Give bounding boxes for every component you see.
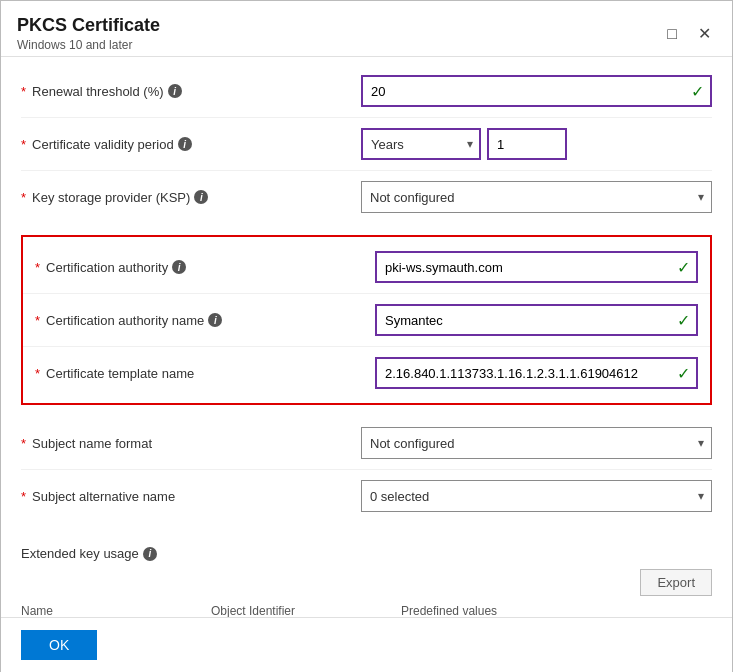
renewal-threshold-info-icon[interactable]: i	[168, 84, 182, 98]
bottom-form-section: * Subject name format Not configured ▾ *	[1, 409, 732, 530]
validity-period-control: Days Months Years ▾	[361, 128, 712, 160]
minimize-button[interactable]: □	[660, 22, 684, 46]
cert-template-check: ✓	[677, 364, 690, 383]
eku-pre-header: Predefined values	[401, 604, 712, 617]
dialog-subtitle: Windows 10 and later	[17, 38, 160, 52]
subject-alt-label-col: * Subject alternative name	[21, 489, 361, 504]
cert-template-input[interactable]	[375, 357, 698, 389]
key-storage-label: Key storage provider (KSP)	[32, 190, 190, 205]
key-storage-row: * Key storage provider (KSP) i Not confi…	[21, 171, 712, 223]
title-text: PKCS Certificate Windows 10 and later	[17, 15, 160, 52]
required-star-3: *	[21, 190, 26, 205]
cert-authority-name-control: ✓	[375, 304, 698, 336]
cert-authority-name-input-wrap: ✓	[375, 304, 698, 336]
renewal-threshold-label-col: * Renewal threshold (%) i	[21, 84, 361, 99]
key-storage-control: Not configured ▾	[361, 181, 712, 213]
subject-name-label: Subject name format	[32, 436, 152, 451]
window-controls: □ ✕	[660, 22, 716, 46]
export-row: Export	[21, 565, 712, 600]
subject-alt-select-wrap: 0 selected ▾	[361, 480, 712, 512]
validity-period-row: * Certificate validity period i Days Mon…	[21, 118, 712, 171]
required-fields-section: * Certification authority i ✓ * Certific…	[21, 235, 712, 405]
eku-name-header: Name	[21, 604, 211, 617]
extended-key-label-row: Extended key usage i	[21, 538, 712, 565]
validity-unit-select[interactable]: Days Months Years	[361, 128, 481, 160]
validity-period-label: Certificate validity period	[32, 137, 174, 152]
subject-name-row: * Subject name format Not configured ▾	[21, 417, 712, 470]
required-star: *	[21, 84, 26, 99]
cert-template-label-col: * Certificate template name	[35, 366, 375, 381]
key-storage-label-col: * Key storage provider (KSP) i	[21, 190, 361, 205]
export-button[interactable]: Export	[640, 569, 712, 596]
key-storage-info-icon[interactable]: i	[194, 190, 208, 204]
subject-alt-control: 0 selected ▾	[361, 480, 712, 512]
cert-authority-name-info-icon[interactable]: i	[208, 313, 222, 327]
key-storage-select[interactable]: Not configured	[361, 181, 712, 213]
top-form-section: * Renewal threshold (%) i ✓ * Certificat…	[1, 57, 732, 231]
extended-key-label: Extended key usage	[21, 546, 139, 561]
validity-number-input[interactable]	[487, 128, 567, 160]
renewal-threshold-check: ✓	[691, 82, 704, 101]
required-star-5: *	[35, 313, 40, 328]
dialog-title: PKCS Certificate	[17, 15, 160, 36]
required-star-2: *	[21, 137, 26, 152]
ok-button[interactable]: OK	[21, 630, 97, 660]
extended-key-section: Extended key usage i Export Name Object …	[1, 530, 732, 617]
cert-template-label: Certificate template name	[46, 366, 194, 381]
title-bar: PKCS Certificate Windows 10 and later □ …	[1, 1, 732, 57]
cert-authority-name-label: Certification authority name	[46, 313, 204, 328]
renewal-threshold-input[interactable]	[361, 75, 712, 107]
cert-authority-name-check: ✓	[677, 311, 690, 330]
cert-authority-check: ✓	[677, 258, 690, 277]
validity-period-label-col: * Certificate validity period i	[21, 137, 361, 152]
cert-authority-control: ✓	[375, 251, 698, 283]
required-star-8: *	[21, 489, 26, 504]
extended-key-info-icon[interactable]: i	[143, 547, 157, 561]
cert-authority-row: * Certification authority i ✓	[23, 241, 710, 294]
renewal-threshold-label: Renewal threshold (%)	[32, 84, 164, 99]
subject-alt-row: * Subject alternative name 0 selected ▾	[21, 470, 712, 522]
subject-name-select[interactable]: Not configured	[361, 427, 712, 459]
key-storage-select-wrap: Not configured ▾	[361, 181, 712, 213]
pkcs-certificate-dialog: PKCS Certificate Windows 10 and later □ …	[0, 0, 733, 672]
renewal-threshold-input-wrap: ✓	[361, 75, 712, 107]
renewal-threshold-row: * Renewal threshold (%) i ✓	[21, 65, 712, 118]
required-star-4: *	[35, 260, 40, 275]
close-button[interactable]: ✕	[692, 22, 716, 46]
required-star-6: *	[35, 366, 40, 381]
validity-period-info-icon[interactable]: i	[178, 137, 192, 151]
subject-name-select-wrap: Not configured ▾	[361, 427, 712, 459]
required-star-7: *	[21, 436, 26, 451]
cert-authority-label-col: * Certification authority i	[35, 260, 375, 275]
cert-authority-input-wrap: ✓	[375, 251, 698, 283]
eku-header-row: Name Object Identifier Predefined values	[21, 600, 712, 617]
renewal-threshold-control: ✓	[361, 75, 712, 107]
subject-alt-label: Subject alternative name	[32, 489, 175, 504]
cert-template-input-wrap: ✓	[375, 357, 698, 389]
subject-alt-select[interactable]: 0 selected	[361, 480, 712, 512]
subject-name-control: Not configured ▾	[361, 427, 712, 459]
cert-authority-name-row: * Certification authority name i ✓	[23, 294, 710, 347]
subject-name-label-col: * Subject name format	[21, 436, 361, 451]
dialog-footer: OK	[1, 617, 732, 672]
validity-unit-select-wrap: Days Months Years ▾	[361, 128, 481, 160]
cert-template-control: ✓	[375, 357, 698, 389]
form-content: * Renewal threshold (%) i ✓ * Certificat…	[1, 57, 732, 617]
cert-authority-label: Certification authority	[46, 260, 168, 275]
eku-oid-header: Object Identifier	[211, 604, 401, 617]
cert-template-row: * Certificate template name ✓	[23, 347, 710, 399]
cert-authority-name-label-col: * Certification authority name i	[35, 313, 375, 328]
cert-authority-info-icon[interactable]: i	[172, 260, 186, 274]
cert-authority-name-input[interactable]	[375, 304, 698, 336]
cert-authority-input[interactable]	[375, 251, 698, 283]
